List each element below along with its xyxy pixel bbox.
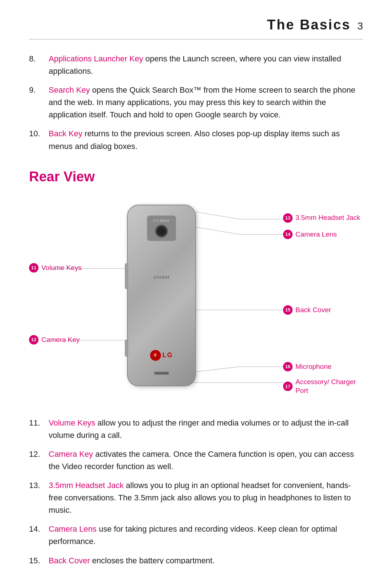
cricket-text: cricket (154, 274, 170, 281)
item-15-highlight: Back Cover (49, 556, 90, 564)
label-microphone: Microphone (295, 362, 331, 372)
volume-key-bar (125, 263, 128, 289)
badge-16: 16 (283, 362, 293, 371)
item-15-rest: encloses the battery compartment. (90, 556, 215, 564)
svg-line-0 (196, 212, 240, 219)
label-camera-lens: Camera Lens (295, 229, 337, 240)
callout-back-cover: 15 Back Cover (283, 305, 331, 315)
item-12-num: 12. (29, 448, 49, 473)
callout-accessory-port: 17 Accessory/ Charger Port (283, 378, 363, 395)
item-9-rest: opens the Quick Search Box™ from the Hom… (49, 85, 355, 119)
list-item-11: 11. Volume Keys allow you to adjust the … (29, 417, 363, 442)
list-item-13: 13. 3.5mm Headset Jack allows you to plu… (29, 479, 363, 516)
item-8-num: 8. (29, 53, 49, 77)
badge-11: 11 (29, 263, 38, 273)
item-15-num: 15. (29, 555, 49, 564)
callout-camera-key: 12 Camera Key (29, 335, 80, 345)
item-14-num: 14. (29, 523, 49, 548)
item-15-content: Back Cover encloses the battery compartm… (49, 555, 363, 564)
badge-12: 12 (29, 335, 38, 345)
label-accessory-port: Accessory/ Charger Port (295, 378, 363, 395)
label-volume-keys: Volume Keys (41, 263, 82, 273)
item-11-highlight: Volume Keys (49, 418, 95, 427)
item-14-content: Camera Lens use for taking pictures and … (49, 523, 363, 548)
item-10-content: Back Key returns to the previous screen.… (49, 128, 363, 152)
camera-key-bar (125, 340, 128, 356)
list-item-8: 8. Applications Launcher Key opens the L… (29, 53, 363, 77)
list-item-12: 12. Camera Key activates the camera. Onc… (29, 448, 363, 473)
item-11-content: Volume Keys allow you to adjust the ring… (49, 417, 363, 442)
badge-15: 15 (283, 305, 293, 315)
item-9-highlight: Search Key (49, 85, 90, 94)
top-list: 8. Applications Launcher Key opens the L… (29, 53, 363, 153)
camera-area: 3.2 MEGA (147, 215, 176, 241)
port-area (154, 372, 169, 375)
rear-view-diagram: 3.2 MEGA cricket ® LG 13 3.5mm Headset J… (29, 197, 363, 401)
item-13-highlight: 3.5mm Headset Jack (49, 481, 124, 490)
list-item-15: 15. Back Cover encloses the battery comp… (29, 555, 363, 564)
item-10-rest: returns to the previous screen. Also clo… (49, 129, 340, 150)
label-camera-key: Camera Key (41, 335, 80, 345)
item-9-content: Search Key opens the Quick Search Box™ f… (49, 84, 363, 121)
list-item-10: 10. Back Key returns to the previous scr… (29, 128, 363, 152)
item-10-num: 10. (29, 128, 49, 152)
label-headset-jack: 3.5mm Headset Jack (295, 213, 360, 222)
item-13-content: 3.5mm Headset Jack allows you to plug in… (49, 479, 363, 516)
item-12-content: Camera Key activates the camera. Once th… (49, 448, 363, 473)
badge-14: 14 (283, 230, 293, 239)
svg-line-2 (196, 227, 240, 234)
badge-13: 13 (283, 213, 293, 223)
page-number: 3 (357, 19, 363, 34)
callout-headset-jack: 13 3.5mm Headset Jack (283, 213, 360, 223)
label-back-cover: Back Cover (295, 305, 331, 315)
item-8-highlight: Applications Launcher Key (49, 54, 143, 63)
section-title: Rear View (29, 166, 363, 187)
lg-circle: ® (150, 350, 161, 361)
svg-line-10 (196, 367, 240, 372)
page-title: The Basics (267, 15, 351, 35)
bottom-list: 11. Volume Keys allow you to adjust the … (29, 417, 363, 564)
item-14-highlight: Camera Lens (49, 524, 97, 533)
callout-microphone: 16 Microphone (283, 362, 331, 372)
item-12-highlight: Camera Key (49, 450, 93, 459)
item-11-num: 11. (29, 417, 49, 442)
lg-text: LG (163, 350, 173, 360)
item-10-highlight: Back Key (49, 129, 82, 138)
callout-volume-keys: 11 Volume Keys (29, 263, 82, 273)
badge-17: 17 (283, 382, 293, 391)
phone-body: 3.2 MEGA cricket ® LG (127, 205, 196, 386)
camera-lens-visual (155, 225, 168, 238)
item-8-content: Applications Launcher Key opens the Laun… (49, 53, 363, 77)
item-12-rest: activates the camera. Once the Camera fu… (49, 450, 354, 471)
camera-label-small: 3.2 MEGA (153, 218, 170, 223)
list-item-9: 9. Search Key opens the Quick Search Box… (29, 84, 363, 121)
lg-logo: ® LG (150, 350, 173, 361)
page-header: The Basics 3 (29, 15, 363, 40)
list-item-14: 14. Camera Lens use for taking pictures … (29, 523, 363, 548)
item-13-num: 13. (29, 479, 49, 516)
callout-camera-lens: 14 Camera Lens (283, 229, 337, 240)
item-9-num: 9. (29, 84, 49, 121)
